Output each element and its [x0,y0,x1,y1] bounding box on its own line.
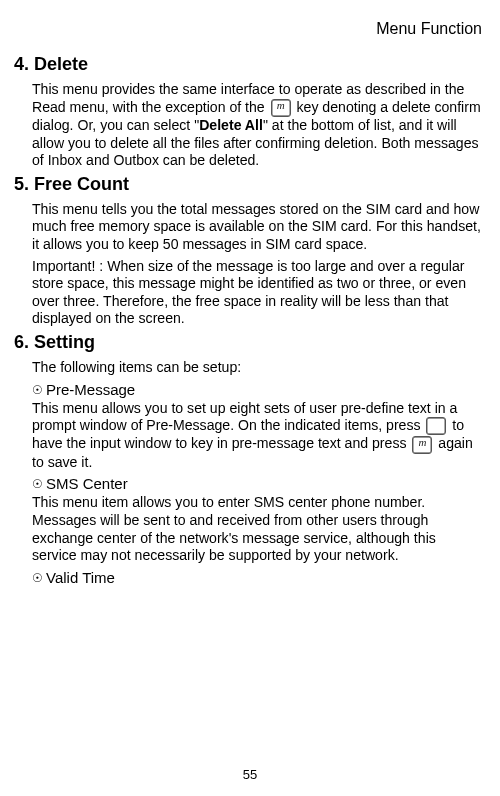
setting-intro: The following items can be setup: [14,359,486,377]
section-freecount-body1: This menu tells you the total messages s… [14,201,486,254]
section-freecount-heading: 5. Free Count [14,174,486,195]
section-freecount-body2: Important! : When size of the message is… [14,258,486,328]
page-header: Menu Function [14,20,486,38]
premessage-text-a: This menu allows you to set up eight set… [32,400,457,434]
smscenter-body: This menu item allows you to enter SMS c… [14,494,486,564]
section-delete-body: This menu provides the same interface to… [14,81,486,170]
section-setting-heading: 6. Setting [14,332,486,353]
page-container: Menu Function 4. Delete This menu provid… [0,0,500,796]
m-key-icon [412,436,432,454]
premessage-body: This menu allows you to set up eight set… [14,400,486,472]
delete-all-bold: Delete All [199,117,263,133]
validtime-heading: ☉Valid Time [14,569,486,586]
bullet-icon: ☉ [32,384,43,396]
blank-key-icon [426,417,446,435]
page-number: 55 [0,767,500,782]
m-key-icon [271,99,291,117]
smscenter-label: SMS Center [46,475,128,492]
validtime-label: Valid Time [46,569,115,586]
bullet-icon: ☉ [32,572,43,584]
premessage-label: Pre-Message [46,381,135,398]
smscenter-heading: ☉SMS Center [14,475,486,492]
header-title: Menu Function [376,20,482,37]
premessage-heading: ☉Pre-Message [14,381,486,398]
section-delete-heading: 4. Delete [14,54,486,75]
bullet-icon: ☉ [32,478,43,490]
